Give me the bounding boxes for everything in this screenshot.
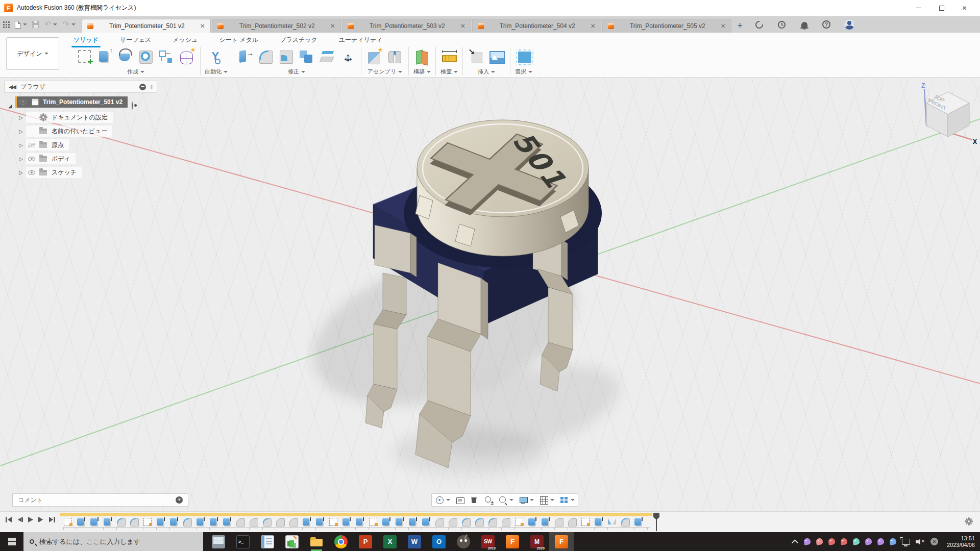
notifications-icon[interactable] — [800, 20, 809, 29]
timeline-feature[interactable] — [514, 517, 524, 526]
step-back-button[interactable] — [16, 516, 23, 523]
ribbon-tab[interactable]: サーフェス — [118, 34, 153, 46]
view-tool[interactable] — [484, 495, 493, 505]
ribbon-tab[interactable]: メッシュ — [170, 34, 200, 46]
ribbon-tool[interactable] — [467, 47, 485, 66]
browser-tree-row[interactable]: ▷ ボディ — [17, 153, 157, 164]
visibility-eye-icon[interactable] — [28, 170, 35, 175]
node-label[interactable]: ドキュメントの設定 — [52, 113, 108, 122]
timeline-feature[interactable] — [103, 517, 112, 526]
extensions-icon[interactable] — [755, 20, 764, 29]
document-tab[interactable]: Trim_Potentiometer_503 v2 ✕ — [342, 19, 471, 33]
tray-expand-icon[interactable] — [792, 539, 798, 546]
tab-close-icon[interactable]: ✕ — [591, 22, 596, 30]
timeline-feature[interactable] — [262, 517, 272, 526]
taskbar-app[interactable] — [280, 532, 304, 551]
timeline-feature[interactable] — [408, 517, 418, 526]
ribbon-group-label[interactable]: 挿入 — [478, 68, 495, 76]
minimize-button[interactable] — [907, 0, 930, 16]
ribbon-group-label[interactable]: 自動化 — [205, 68, 228, 76]
browser-tree-row[interactable]: ▷ ドキュメントの設定 — [17, 112, 157, 123]
ribbon-tool[interactable] — [96, 47, 114, 66]
ribbon-tool[interactable] — [318, 47, 336, 66]
browser-root-row[interactable]: ◢ Trim_Potentiometer_501 v2 — [8, 96, 157, 109]
expander-icon[interactable]: ▷ — [17, 170, 24, 176]
taskbar-app[interactable] — [451, 532, 476, 551]
timeline-feature[interactable] — [382, 517, 391, 526]
view-tool[interactable] — [519, 495, 534, 505]
tab-close-icon[interactable]: ✕ — [460, 22, 465, 30]
add-comment-icon[interactable]: + — [176, 496, 183, 504]
ribbon-group-label[interactable]: アセンブリ — [368, 68, 402, 76]
ribbon-tool[interactable] — [137, 47, 155, 66]
timeline-feature[interactable] — [329, 517, 338, 526]
visibility-eye-icon[interactable] — [28, 143, 35, 147]
ribbon-tool[interactable] — [236, 47, 255, 66]
timeline-feature[interactable] — [302, 517, 311, 526]
account-avatar[interactable] — [844, 19, 855, 30]
tab-close-icon[interactable]: ✕ — [200, 22, 205, 30]
timeline-feature[interactable] — [209, 517, 218, 526]
timeline-feature[interactable] — [369, 517, 378, 526]
ribbon-tab[interactable]: シート メタル — [217, 34, 260, 46]
skip-to-start-button[interactable] — [5, 516, 13, 523]
ribbon-tool[interactable] — [365, 47, 384, 66]
redo-icon[interactable]: ↷ — [62, 18, 75, 31]
tray-app-icon[interactable] — [889, 538, 897, 545]
ribbon-tool[interactable] — [298, 47, 316, 66]
timeline-feature[interactable] — [594, 517, 603, 526]
timeline-feature[interactable] — [528, 517, 537, 526]
status-circle-icon[interactable]: ✕ — [930, 538, 938, 545]
timeline-settings-icon[interactable] — [964, 517, 973, 525]
taskbar-app[interactable]: >_ — [231, 532, 255, 551]
taskbar-app[interactable]: F — [549, 532, 574, 551]
timeline-feature[interactable] — [621, 517, 630, 526]
browser-tree-row[interactable]: ▷ 原点 — [17, 139, 157, 151]
ribbon-tab[interactable]: ソリッド — [71, 34, 101, 46]
timeline-feature[interactable] — [289, 517, 298, 526]
start-button[interactable] — [0, 532, 23, 551]
close-button[interactable]: ✕ — [953, 0, 976, 16]
app-grid-icon[interactable] — [3, 18, 10, 31]
ribbon-group-label[interactable]: 作成 — [127, 68, 144, 76]
comment-bar[interactable]: コメント + — [12, 493, 188, 507]
potentiometer-model[interactable]: 501 — [306, 110, 633, 497]
view-tool[interactable] — [470, 495, 479, 505]
ribbon-tool[interactable] — [487, 47, 506, 66]
timeline-playhead[interactable] — [653, 513, 659, 531]
ribbon-tool[interactable] — [277, 47, 296, 66]
timeline-feature[interactable] — [488, 517, 497, 526]
expander-icon[interactable]: ▷ — [17, 156, 24, 162]
taskbar-app[interactable]: W — [402, 532, 427, 551]
taskbar-app[interactable]: F — [500, 532, 525, 551]
volume-muted-icon[interactable]: ✕ — [916, 538, 925, 545]
timeline-feature[interactable] — [475, 517, 484, 526]
view-tool[interactable] — [559, 495, 575, 505]
view-tool[interactable] — [539, 495, 554, 505]
timeline-feature[interactable] — [395, 517, 404, 526]
tray-app-icon[interactable] — [865, 538, 872, 545]
timeline-feature[interactable] — [501, 517, 510, 526]
ribbon-group-label[interactable]: 選択 — [515, 68, 532, 76]
timeline-feature[interactable] — [183, 517, 192, 526]
ribbon-tool[interactable] — [338, 47, 357, 66]
ribbon-tool[interactable] — [116, 47, 135, 66]
timeline-feature[interactable] — [196, 517, 205, 526]
timeline-feature[interactable] — [249, 517, 258, 526]
taskbar-app[interactable]: O — [427, 532, 451, 551]
timeline-feature[interactable] — [422, 517, 431, 526]
activate-component-radio[interactable] — [132, 102, 133, 110]
file-new-icon[interactable] — [15, 18, 27, 31]
ribbon-tool[interactable] — [157, 47, 176, 66]
node-label[interactable]: 原点 — [52, 141, 64, 149]
tray-app-icon[interactable] — [877, 538, 885, 545]
timeline-feature[interactable] — [435, 517, 444, 526]
document-tab[interactable]: Trim_Potentiometer_502 v2 ✕ — [212, 19, 341, 33]
new-tab-button[interactable]: + — [732, 19, 748, 33]
maximize-button[interactable] — [930, 0, 953, 16]
taskbar-app[interactable] — [206, 532, 231, 551]
timeline-feature[interactable] — [116, 517, 126, 526]
visibility-eye-icon[interactable] — [19, 100, 27, 105]
ribbon-tool[interactable] — [207, 47, 226, 66]
browser-tree-row[interactable]: ▷ 名前の付いたビュー — [17, 126, 157, 137]
